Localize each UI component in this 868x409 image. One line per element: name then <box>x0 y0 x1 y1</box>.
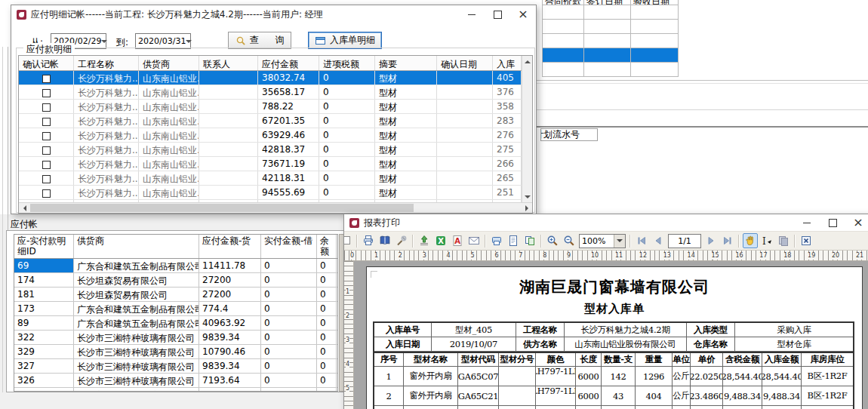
column-header[interactable]: 应付金额-货 <box>199 235 261 258</box>
minimize-icon[interactable] <box>794 214 820 231</box>
hand-button[interactable] <box>743 233 758 248</box>
table-row[interactable]: 173广东合和建筑五金制品有限公司774.400 <box>14 302 337 316</box>
table-row[interactable]: 322长沙市三湘特种玻璃有限公司9839.3400 <box>14 331 337 345</box>
page-multi-button[interactable] <box>522 233 537 248</box>
zoom-out-button[interactable] <box>562 233 577 248</box>
cell[interactable]: 181 <box>14 288 74 301</box>
column-header[interactable]: 余额 <box>317 235 337 258</box>
export-button[interactable] <box>417 233 432 248</box>
table-row[interactable]: 174长沙坦森贸易有限公司2720000 <box>14 273 337 288</box>
nav-first-button[interactable] <box>634 233 649 248</box>
column-header[interactable]: 联系人 <box>199 56 258 70</box>
cell[interactable]: 325 <box>14 388 74 391</box>
query-button[interactable]: 查 询 <box>228 32 291 49</box>
design-button[interactable] <box>394 233 409 248</box>
cell[interactable]: 326 <box>14 374 74 387</box>
copy-button[interactable] <box>776 233 791 248</box>
to-date-select[interactable]: 2020/03/31 <box>135 33 191 49</box>
confirm-checkbox[interactable] <box>42 132 51 140</box>
nav-prev-button[interactable] <box>651 233 666 248</box>
column-header[interactable]: 进项税额 <box>319 56 375 70</box>
chevron-down-icon[interactable] <box>186 34 192 48</box>
column-header[interactable]: 供货商 <box>74 235 199 258</box>
email-button[interactable] <box>466 233 482 248</box>
column-header[interactable]: 实付金额-借 <box>261 235 317 258</box>
table-row[interactable]: 长沙万科魅力...山东南山铝业...38032.740型材405 <box>19 71 522 85</box>
nav-next-button[interactable] <box>703 233 719 248</box>
table-row[interactable]: 长沙万科魅力...山东南山铝业...42818.370型材275 <box>19 143 522 157</box>
table-row[interactable]: 327长沙市三湘特种玻璃有限公司9839.3400 <box>14 359 337 374</box>
cell[interactable]: 327 <box>14 359 74 373</box>
close-icon[interactable] <box>845 214 868 231</box>
table-row[interactable] <box>543 34 679 48</box>
cell[interactable]: 89 <box>14 316 74 330</box>
table-row[interactable] <box>543 63 679 77</box>
cell[interactable]: 322 <box>14 331 74 344</box>
receipt-detail-button[interactable]: 入库单明细 <box>308 32 382 49</box>
scroll-left-icon[interactable] <box>19 203 29 214</box>
close-icon[interactable] <box>510 5 536 23</box>
cell[interactable]: 69 <box>14 259 74 272</box>
cell[interactable]: 174 <box>14 273 74 287</box>
book-button[interactable] <box>377 233 392 248</box>
print-setup-button[interactable] <box>489 233 504 248</box>
chevron-down-icon[interactable] <box>101 34 107 48</box>
column-header[interactable]: 确认记帐 <box>19 56 74 70</box>
confirm-checkbox[interactable] <box>42 189 51 198</box>
table-row[interactable]: 326长沙市三湘特种玻璃有限公司7193.6400 <box>14 374 337 388</box>
table-row[interactable]: 长沙万科魅力...山东南山铝业...67201.350型材283 <box>19 114 522 128</box>
table-row[interactable]: 长沙万科魅力...山东南山铝业...94555.690型材251 <box>19 186 522 200</box>
text-select-button[interactable]: I <box>759 233 774 248</box>
cell[interactable]: 173 <box>14 302 74 315</box>
export-excel-button[interactable]: X <box>433 233 448 248</box>
maximize-icon[interactable] <box>820 214 845 231</box>
table-row[interactable]: 329长沙市三湘特种玻璃有限公司10790.4600 <box>14 345 337 359</box>
vertical-scrollbar[interactable] <box>522 56 532 202</box>
confirm-checkbox[interactable] <box>42 161 51 169</box>
close-preview-button[interactable] <box>799 233 814 248</box>
table-row[interactable]: 181长沙坦森贸易有限公司2720000 <box>14 288 337 302</box>
minimize-icon[interactable] <box>459 5 485 23</box>
export-pdf-button[interactable]: A <box>450 233 465 248</box>
titlebar[interactable]: 报表打印 <box>344 214 868 231</box>
horizontal-scrollbar[interactable] <box>19 202 532 213</box>
page-single-button[interactable] <box>506 233 521 248</box>
zoom-in-button[interactable] <box>545 233 560 248</box>
column-header[interactable]: 入库 <box>493 56 522 70</box>
column-header[interactable]: 应付金额 <box>258 56 319 70</box>
table-row[interactable]: 69广东合和建筑五金制品有限公司11411.7800 <box>14 259 337 273</box>
table-row[interactable]: 长沙万科魅力...山东南山铝业...42118.310型材265 <box>19 171 522 186</box>
confirm-checkbox[interactable] <box>42 118 51 126</box>
column-header[interactable]: 应-实付款明细ID <box>14 235 74 258</box>
maximize-icon[interactable] <box>485 5 510 23</box>
zoom-select[interactable]: 100% <box>579 234 626 248</box>
scrollbar-thumb[interactable] <box>30 204 414 212</box>
column-header[interactable]: 供货商 <box>139 56 199 70</box>
scroll-right-icon[interactable] <box>522 203 532 214</box>
nav-last-button[interactable] <box>720 233 735 248</box>
confirm-checkbox[interactable] <box>42 175 51 183</box>
table-row[interactable] <box>543 48 679 63</box>
confirm-checkbox[interactable] <box>42 75 51 83</box>
column-header[interactable]: 确认日期 <box>437 56 493 70</box>
scroll-up-icon[interactable] <box>522 56 533 66</box>
column-header[interactable]: 摘要 <box>375 56 437 70</box>
plan-serial-field[interactable]: 计划流水号 <box>540 128 598 141</box>
table-row[interactable]: 89广东合和建筑五金制品有限公司40963.9200 <box>14 316 337 331</box>
table-row[interactable] <box>543 20 679 34</box>
panels-button[interactable] <box>344 233 353 248</box>
scroll-down-icon[interactable] <box>522 192 533 202</box>
print-button[interactable] <box>361 233 376 248</box>
table-row[interactable]: 长沙万科魅力...山东南山铝业...73671.190型材266 <box>19 157 522 171</box>
column-header[interactable]: 工程名称 <box>74 56 139 70</box>
titlebar[interactable]: 应付明细记帐------当前工程: 长沙万科魅力之城4.2期------当前用户… <box>11 5 536 23</box>
table-row[interactable]: 长沙万科魅力...山东南山铝业...35658.170型材376 <box>19 85 522 100</box>
cell[interactable]: 329 <box>14 345 74 358</box>
confirm-checkbox[interactable] <box>42 103 51 112</box>
table-row[interactable]: 长沙万科魅力...山东南山铝业...63929.460型材276 <box>19 128 522 143</box>
table-row[interactable] <box>543 5 679 20</box>
table-row[interactable]: 长沙万科魅力...山东南山铝业...788.220型材358 <box>19 100 522 114</box>
table-row[interactable]: 325长沙市三湘特种玻璃有限公司7193.6400 <box>14 388 337 391</box>
confirm-checkbox[interactable] <box>42 146 51 155</box>
page-number-input[interactable]: 1/1 <box>668 234 701 248</box>
